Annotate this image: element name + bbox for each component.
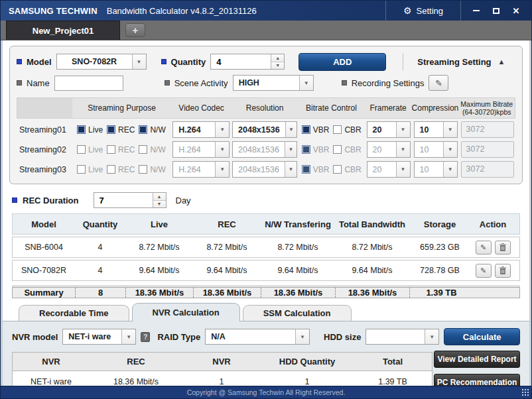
summary-bar: Summary 8 18.36 Mbit/s 18.36 Mbit/s 18.3…: [12, 287, 520, 298]
scene-activity-select[interactable]: HIGH ▼: [233, 75, 314, 91]
compression-select[interactable]: 10▼: [414, 141, 458, 158]
codec-select[interactable]: H.264▼: [172, 161, 230, 178]
resolution-select[interactable]: 2048x1536▼: [232, 161, 297, 178]
cbr-checkbox[interactable]: [333, 145, 342, 154]
raid-type-select[interactable]: N/A ▼: [205, 329, 310, 345]
streaming-table-header: Streaming Purpose Video Codec Resolution…: [17, 97, 515, 119]
hdd-size-select[interactable]: ▼: [366, 329, 439, 345]
name-label: Name: [27, 78, 50, 88]
streaming-setting-toggle[interactable]: Streaming Setting ▲: [417, 57, 505, 67]
quantity-bullet-icon: [161, 59, 166, 64]
framerate-value: 20: [367, 122, 396, 137]
vbr-checkbox[interactable]: [302, 125, 310, 134]
spin-down-icon[interactable]: ▼: [153, 201, 166, 208]
tab-nvr-calculation[interactable]: NVR Calculation: [132, 303, 240, 321]
vbr-checkbox[interactable]: [302, 145, 310, 154]
setting-label: Setting: [417, 6, 443, 16]
resolution-select[interactable]: 2048x1536▼: [232, 141, 297, 158]
delete-row-button[interactable]: [495, 241, 511, 255]
add-button[interactable]: ADD: [299, 53, 386, 71]
spin-up-icon[interactable]: ▲: [153, 193, 166, 201]
view-detailed-report-button[interactable]: View Detailed Report: [434, 351, 520, 368]
chevron-down-icon: ▼: [443, 142, 457, 157]
vbr-label: VBR: [313, 165, 330, 174]
rec-checkbox[interactable]: [107, 125, 115, 134]
close-button[interactable]: ✕: [511, 6, 521, 15]
nw-checkbox[interactable]: [139, 165, 147, 174]
cell-hdd-qty: 1: [261, 371, 354, 386]
recording-settings-label: Recording Settings: [352, 78, 425, 88]
rec-duration-stepper[interactable]: 7 ▲▼: [94, 192, 166, 208]
project-tab[interactable]: New_Project01: [6, 21, 120, 40]
codec-select[interactable]: H.264▼: [172, 141, 230, 158]
cell-live: 8.72 Mbit/s: [125, 237, 193, 257]
streaming-row-label: Streaming01: [17, 125, 72, 135]
summary-nw: 18.36 Mbit/s: [261, 288, 335, 298]
calculate-label: Calculate: [463, 332, 501, 342]
col-total: Total: [354, 353, 432, 370]
compression-select[interactable]: 10▼: [414, 121, 458, 138]
cell-total: 9.64 Mbit/s: [335, 260, 409, 280]
cell-nw: 9.64 Mbit/s: [261, 260, 335, 280]
maximize-button[interactable]: [492, 6, 501, 15]
spin-down-icon[interactable]: ▼: [271, 62, 284, 70]
live-label: Live: [88, 145, 103, 154]
compression-select[interactable]: 10▼: [414, 161, 458, 178]
cbr-checkbox[interactable]: [333, 125, 342, 134]
nvr-table-header: NVR REC NVR HDD Quantity Total: [12, 352, 432, 370]
model-select[interactable]: SNO-7082R ▼: [56, 54, 147, 70]
cell-quantity: 4: [75, 260, 125, 280]
nw-checkbox[interactable]: [139, 145, 147, 154]
framerate-select[interactable]: 20▼: [367, 141, 411, 158]
recording-settings-edit-button[interactable]: ✎: [429, 75, 448, 91]
calculate-button[interactable]: Calculate: [444, 328, 520, 345]
resolution-value: 2048x1536: [233, 162, 285, 177]
pc-recommendation-button[interactable]: PC Recommendation: [434, 374, 520, 386]
rec-duration-bullet-icon: [12, 198, 17, 203]
live-checkbox[interactable]: [77, 165, 86, 174]
nw-checkbox[interactable]: [139, 125, 147, 134]
rec-duration-label: REC Duration: [23, 196, 79, 205]
streaming-setting-label: Streaming Setting: [417, 57, 491, 67]
vbr-checkbox[interactable]: [302, 165, 310, 174]
name-bullet-icon: [17, 80, 22, 86]
divider: [403, 53, 403, 70]
rec-checkbox[interactable]: [107, 145, 115, 154]
col-model: Model: [13, 214, 75, 234]
chevron-down-icon: ▼: [132, 54, 146, 69]
nvr-model-select[interactable]: NET-i ware ▼: [62, 329, 136, 345]
model-value: SNO-7082R: [57, 54, 132, 69]
quantity-stepper[interactable]: 4 ▲▼: [210, 54, 285, 70]
resolution-select[interactable]: 2048x1536▼: [232, 121, 297, 138]
rec-checkbox[interactable]: [107, 165, 115, 174]
cbr-checkbox[interactable]: [333, 165, 342, 174]
chevron-down-icon: ▼: [121, 329, 135, 344]
setting-button[interactable]: ⚙ Setting: [385, 1, 461, 21]
framerate-select[interactable]: 20▼: [367, 161, 411, 178]
framerate-select[interactable]: 20▼: [367, 121, 411, 138]
tab-recordable-time[interactable]: Recordable Time: [19, 305, 129, 321]
edit-row-button[interactable]: ✎: [476, 241, 492, 255]
resize-grip[interactable]: [521, 388, 530, 397]
codec-value: H.264: [173, 142, 215, 157]
spin-up-icon[interactable]: ▲: [271, 54, 284, 62]
add-project-tab-button[interactable]: +: [125, 23, 145, 37]
delete-row-button[interactable]: [495, 264, 511, 278]
live-checkbox[interactable]: [77, 125, 86, 134]
cell-quantity: 4: [75, 237, 125, 257]
name-input[interactable]: [54, 76, 123, 91]
col-nvr-qty: NVR: [182, 353, 261, 370]
tab-ssm-calculation[interactable]: SSM Calculation: [243, 305, 352, 321]
codec-select[interactable]: H.264▼: [172, 121, 230, 138]
framerate-value: 20: [367, 162, 396, 177]
minimize-button[interactable]: [472, 6, 481, 15]
help-button[interactable]: ?: [141, 332, 150, 342]
col-hdd-quantity: HDD Quantity: [261, 353, 354, 370]
edit-row-button[interactable]: ✎: [476, 264, 492, 278]
streaming-table: Streaming Purpose Video Codec Resolution…: [17, 97, 515, 178]
title-bar: SAMSUNG TECHWIN Bandwidth Calculator v4.…: [1, 1, 531, 21]
live-checkbox[interactable]: [77, 145, 86, 154]
cell-nw: 8.72 Mbit/s: [261, 237, 335, 257]
quantity-label: Quantity: [171, 57, 206, 67]
chevron-down-icon: ▼: [285, 162, 297, 177]
